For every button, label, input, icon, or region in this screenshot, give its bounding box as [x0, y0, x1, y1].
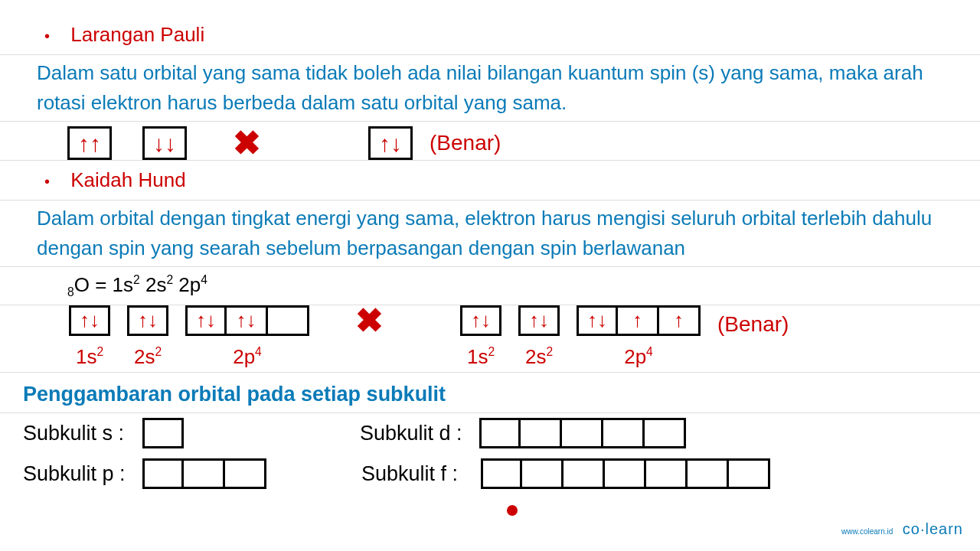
orbital-box: [522, 458, 564, 489]
orbital-box: ↑↑: [67, 126, 112, 160]
orbital-box: [225, 458, 266, 489]
hund-desc: Dalam orbital dengan tingkat energi yang…: [23, 201, 957, 266]
orbital-box: [645, 418, 686, 448]
orbital-box: ↑↓: [518, 305, 560, 336]
pauli-desc: Dalam satu orbital yang sama tidak boleh…: [23, 55, 957, 121]
orbital-box: [479, 418, 521, 448]
orbital-box: [142, 418, 184, 448]
subshell-row-pf: Subkulit p : Subkulit f :: [23, 454, 957, 494]
orbital-label: 1s2: [76, 342, 103, 372]
subshell-title: Penggambaran orbital pada setiap subkuli…: [23, 373, 957, 413]
orbital-box: ↑↓: [227, 305, 268, 336]
orbital-box: [564, 458, 605, 489]
hund-orbital-row: ↑↓ 1s2 ↑↓ 2s2 ↑↓ ↑↓ 2p4 ✖ ↑↓ 1s2 ↑↓ 2s2 …: [23, 305, 957, 372]
orbital-box: ↑↓: [460, 305, 501, 336]
pauli-orbitals: ↑↑ ↓↓ ✖ ↑↓ (Benar): [23, 122, 957, 160]
orbital-label: 2p4: [624, 342, 653, 372]
correct-label: (Benar): [717, 308, 789, 341]
cursor-dot-icon: [507, 505, 518, 516]
subshell-p-label: Subkulit p :: [23, 458, 138, 490]
cross-icon: ✖: [355, 304, 384, 337]
orbital-box: [562, 418, 603, 448]
subshell-d-label: Subkulit d :: [360, 418, 475, 449]
orbital-box: [603, 418, 645, 448]
subshell-f-label: Subkulit f :: [361, 458, 476, 490]
orbital-label: 2p4: [233, 342, 262, 372]
subshell-row-sd: Subkulit s : Subkulit d :: [23, 413, 957, 454]
pauli-heading: • Larangan Pauli: [23, 15, 957, 54]
orbital-box: ↑↓: [368, 126, 413, 160]
bullet-icon: •: [44, 173, 50, 190]
orbital-label: 2s2: [134, 342, 162, 372]
orbital-box: ↑: [618, 305, 659, 336]
orbital-box: [729, 458, 770, 489]
orbital-box: ↑↓: [69, 305, 110, 336]
orbital-box: ↑↓: [185, 305, 227, 336]
hund-title: Kaidah Hund: [70, 168, 185, 191]
orbital-box: [605, 458, 646, 489]
subshell-s-label: Subkulit s :: [23, 418, 138, 449]
cross-icon: ✖: [233, 126, 261, 160]
orbital-box: ↑: [659, 305, 701, 336]
oxygen-config: 8O = 1s2 2s2 2p4: [23, 267, 957, 305]
orbital-box: [268, 305, 309, 336]
orbital-box: [184, 458, 225, 489]
orbital-box: [688, 458, 729, 489]
orbital-box: [142, 458, 184, 489]
orbital-label: 1s2: [467, 342, 495, 372]
orbital-label: 2s2: [525, 342, 553, 372]
brand-name: co·learn: [903, 520, 963, 537]
orbital-box: ↑↓: [127, 305, 168, 336]
orbital-box: [646, 458, 688, 489]
orbital-box: [521, 418, 562, 448]
pauli-title: Larangan Pauli: [70, 23, 204, 46]
orbital-box: ↑↓: [577, 305, 618, 336]
brand-logo: www.colearn.id co·learn: [841, 517, 963, 540]
correct-label: (Benar): [430, 127, 501, 159]
orbital-box: [481, 458, 522, 489]
brand-url: www.colearn.id: [841, 527, 893, 536]
bullet-icon: •: [44, 28, 50, 44]
orbital-box: ↓↓: [142, 126, 187, 160]
hund-heading: • Kaidah Hund: [23, 161, 957, 200]
